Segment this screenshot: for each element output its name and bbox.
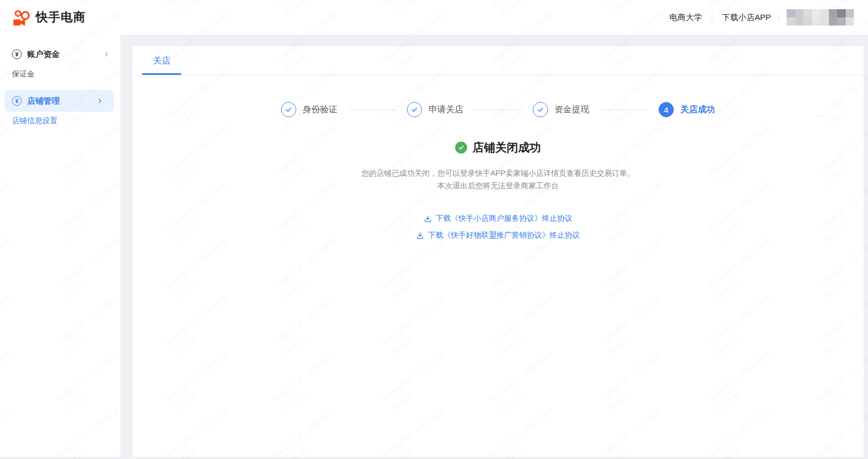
sidebar-item-account-funds[interactable]: ¥ 账户资金 xyxy=(0,43,120,65)
brand-name: 快手电商 xyxy=(36,9,86,25)
agreement-links: 下载《快手小店商户服务协议》终止协议 下载《快手好物联盟推广营销协议》终止协议 xyxy=(132,214,864,240)
sidebar-item-label: 店铺管理 xyxy=(27,96,60,106)
download-merchant-agreement-link[interactable]: 下载《快手小店商户服务协议》终止协议 xyxy=(424,214,572,224)
success-check-icon xyxy=(455,142,467,154)
yuan-circle-icon: ¥ xyxy=(12,49,22,59)
step-label: 申请关店 xyxy=(429,104,463,116)
download-link-label: 下载《快手小店商户服务协议》终止协议 xyxy=(436,214,572,224)
bottom-edge-strip xyxy=(0,457,868,459)
step-connector xyxy=(600,110,648,110)
step-apply-close: 申请关店 xyxy=(407,102,463,117)
sidebar-item-label: 账户资金 xyxy=(27,49,60,60)
download-icon xyxy=(416,232,424,240)
chevron-right-icon xyxy=(97,98,103,104)
step-connector xyxy=(474,110,522,110)
step-number: 4 xyxy=(664,105,668,114)
step-check-icon xyxy=(533,102,548,117)
result-section: 店铺关闭成功 您的店铺已成功关闭，您可以登录快手APP卖家端小店详情页查看历史交… xyxy=(132,140,864,240)
sidebar: ¥ 账户资金 保证金 ¥ 店铺管理 店铺信息设置 xyxy=(0,35,120,459)
result-title: 店铺关闭成功 xyxy=(473,140,541,155)
result-description: 您的店铺已成功关闭，您可以登录快手APP卖家端小店详情页查看历史交易订单。 本次… xyxy=(132,167,864,192)
app-shell: ¥ 账户资金 保证金 ¥ 店铺管理 店铺信息设置 关店 xyxy=(0,35,868,459)
sidebar-item-deposit[interactable]: 保证金 xyxy=(0,65,120,84)
sidebar-item-store-info-settings[interactable]: 店铺信息设置 xyxy=(0,112,120,130)
download-icon xyxy=(424,215,432,223)
step-check-icon xyxy=(281,102,296,117)
step-number-badge: 4 xyxy=(659,102,674,117)
tab-close-store[interactable]: 关店 xyxy=(142,46,181,75)
download-link-label: 下载《快手好物联盟推广营销协议》终止协议 xyxy=(428,231,580,240)
user-avatar-redacted[interactable] xyxy=(787,9,854,25)
step-label: 身份验证 xyxy=(303,104,337,116)
step-close-success: 4 关店成功 xyxy=(659,102,715,117)
result-desc-line1: 您的店铺已成功关闭，您可以登录快手APP卖家端小店详情页查看历史交易订单。 xyxy=(132,167,864,180)
nav-divider xyxy=(778,15,779,20)
nav-divider xyxy=(712,14,712,21)
sidebar-gap xyxy=(0,84,120,90)
close-store-stepper: 身份验证 申请关店 资金提现 xyxy=(132,102,864,117)
step-label: 资金提现 xyxy=(554,104,589,116)
step-label: 关店成功 xyxy=(680,104,715,116)
tab-bar: 关店 xyxy=(132,46,864,75)
content-area: 关店 身份验证 申请关店 xyxy=(120,35,868,459)
result-head: 店铺关闭成功 xyxy=(132,140,864,155)
result-desc-line2: 本次退出后您将无法登录商家工作台 xyxy=(132,180,864,192)
step-check-icon xyxy=(407,102,422,117)
nav-download-app[interactable]: 下载小店APP xyxy=(722,12,771,23)
header-nav: 电商大学 下载小店APP xyxy=(669,9,854,25)
nav-ecommerce-university[interactable]: 电商大学 xyxy=(669,12,702,23)
download-alliance-agreement-link[interactable]: 下载《快手好物联盟推广营销协议》终止协议 xyxy=(416,231,580,240)
step-funds-withdrawal: 资金提现 xyxy=(533,102,589,117)
kuaishou-camera-icon xyxy=(12,8,30,27)
top-header: 快手电商 电商大学 下载小店APP xyxy=(0,0,868,35)
step-connector xyxy=(348,110,396,110)
main-card: 关店 身份验证 申请关店 xyxy=(132,46,864,457)
yuan-circle-icon: ¥ xyxy=(12,96,22,106)
brand-logo[interactable]: 快手电商 xyxy=(12,8,86,27)
sidebar-item-store-management[interactable]: ¥ 店铺管理 xyxy=(4,90,114,112)
chevron-right-icon xyxy=(103,51,110,58)
step-identity-verification: 身份验证 xyxy=(281,102,337,117)
